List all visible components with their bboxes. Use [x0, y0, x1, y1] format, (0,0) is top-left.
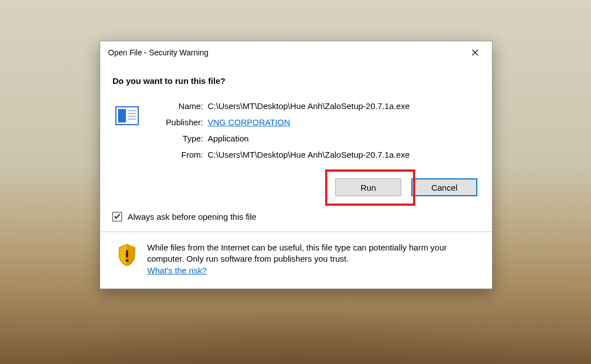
footer-warning-text: While files from the Internet can be use… [147, 243, 447, 263]
type-label: Type: [149, 134, 203, 143]
security-warning-dialog: Open File - Security Warning Do you want… [100, 41, 492, 289]
main-heading: Do you want to run this file? [112, 76, 480, 86]
run-button[interactable]: Run [335, 178, 401, 196]
risk-link[interactable]: What's the risk? [147, 266, 207, 275]
application-icon [115, 103, 139, 128]
footer: While files from the Internet can be use… [100, 232, 492, 289]
file-info-table: Name: C:\Users\MT\Desktop\Hue Anh\ZaloSe… [149, 101, 410, 159]
svg-rect-8 [126, 250, 128, 258]
close-icon [472, 48, 479, 58]
always-ask-label: Always ask before opening this file [128, 212, 256, 221]
button-row: Run Cancel [112, 178, 477, 196]
from-value: C:\Users\MT\Desktop\Hue Anh\ZaloSetup-20… [208, 150, 410, 159]
svg-rect-3 [118, 109, 126, 122]
name-label: Name: [149, 101, 203, 111]
always-ask-checkbox[interactable] [112, 212, 122, 221]
close-button[interactable] [462, 45, 487, 60]
publisher-label: Publisher: [149, 117, 203, 127]
type-value: Application [208, 134, 410, 143]
svg-point-9 [126, 259, 129, 262]
window-title: Open File - Security Warning [108, 48, 208, 57]
publisher-link[interactable]: VNG CORPORATION [208, 117, 290, 127]
cancel-button[interactable]: Cancel [411, 178, 477, 196]
file-info-row: Name: C:\Users\MT\Desktop\Hue Anh\ZaloSe… [112, 101, 480, 159]
always-ask-row: Always ask before opening this file [112, 212, 480, 221]
titlebar: Open File - Security Warning [100, 41, 492, 64]
from-label: From: [149, 150, 203, 159]
dialog-content: Do you want to run this file? Name: C:\U… [100, 64, 492, 221]
checkmark-icon [114, 212, 121, 221]
name-value: C:\Users\MT\Desktop\Hue Anh\ZaloSetup-20… [208, 101, 410, 111]
footer-text-block: While files from the Internet can be use… [147, 242, 480, 276]
shield-warning-icon [117, 243, 137, 267]
